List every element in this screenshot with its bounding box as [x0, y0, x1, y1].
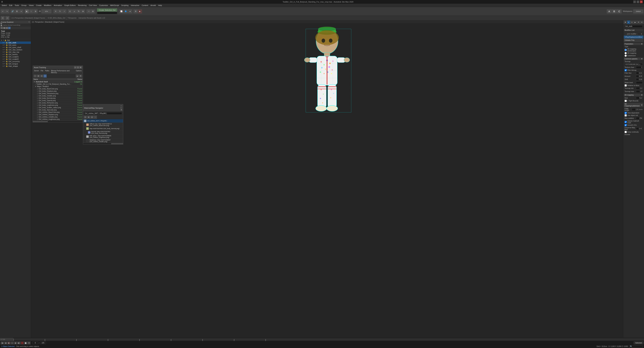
- viewport-edged-faces[interactable]: [Edged Faces]: [54, 21, 64, 23]
- tree-item-girl-cloth[interactable]: ● 👁 🔓 Girl_cloth: [0, 41, 31, 44]
- checkbox-classic-catmull[interactable]: [624, 121, 627, 123]
- lock-icon-tongue[interactable]: 🔓: [6, 63, 8, 65]
- menu-interactive[interactable]: Interactive: [130, 4, 140, 6]
- tree-item-girl-scalp01[interactable]: ● 👁 🔓 Girl_scalp01: [0, 56, 31, 58]
- timeline[interactable]: 0 / 225: [0, 338, 644, 341]
- percent-snap-btn[interactable]: %: [76, 9, 81, 13]
- visibility-icon-scalp02[interactable]: 👁: [4, 58, 6, 60]
- menu-graph-editors[interactable]: Graph Editors: [63, 4, 77, 6]
- at-row-vault[interactable]: ▼ Autodesk Vault Logged O: [33, 81, 83, 83]
- tree-item-hair-shape[interactable]: ● 👁 🔓 Hair_shape: [0, 65, 31, 67]
- menu-customize[interactable]: Customize: [98, 4, 109, 6]
- viewport-canvas[interactable]: Asset Tracking ─ □ ✕ Server File Paths B…: [31, 24, 623, 338]
- menu-civil-view[interactable]: Civil View: [88, 4, 98, 6]
- tree-item-girl-scalp02[interactable]: ● 👁 🔓 Girl_scalp02: [0, 58, 31, 60]
- asset-tracking-window[interactable]: Asset Tracking ─ □ ✕ Server File Paths B…: [33, 66, 83, 122]
- at-row-file-4[interactable]: ◻ Girl_body_metallic.png Found: [33, 95, 83, 97]
- visibility-icon-hair-shape[interactable]: 👁: [4, 65, 6, 67]
- render-setup-btn[interactable]: ⚙: [134, 9, 138, 13]
- visibility-icon-lashes[interactable]: 👁: [4, 54, 6, 55]
- modifier-dropdown[interactable]: -- pick modifier -- ▾: [624, 32, 643, 35]
- menu-maxscript[interactable]: MAXScript: [109, 4, 120, 6]
- param-edge-length-input[interactable]: [632, 108, 638, 111]
- menu-help[interactable]: Help: [157, 4, 163, 6]
- angle-snap-btn[interactable]: ⊿: [72, 9, 76, 13]
- param-filter-bitmap[interactable]: Filter bitmap: [624, 69, 643, 71]
- at-row-maps-section[interactable]: ▼ Maps / Shaders: [33, 85, 83, 88]
- spinner-snap-btn[interactable]: ⊞: [81, 9, 85, 13]
- tree-item-girl-jaw-top[interactable]: ● 👁 🔓 Girl_Jaw_top: [0, 51, 31, 53]
- redo-button[interactable]: ↪: [5, 9, 9, 13]
- lock-icon-hair-shape[interactable]: 🔓: [6, 65, 8, 67]
- mat-nav-tb-2[interactable]: ⊞: [87, 116, 90, 119]
- btn-c[interactable]: C: [617, 9, 622, 13]
- param-smooth-uvs[interactable]: Smooth UVs: [624, 124, 643, 126]
- move-btn[interactable]: ✛: [54, 9, 58, 13]
- param-texmap-max-input[interactable]: [636, 90, 643, 93]
- right-tab-display[interactable]: 👁: [637, 20, 640, 24]
- lock-icon[interactable]: 🔓: [4, 39, 6, 41]
- at-row-maxfile[interactable]: □ Toddler_Girl_in_Full_Bodysuit_Standing…: [33, 83, 83, 85]
- at-menu-options[interactable]: Options: [76, 70, 82, 74]
- modifier-item-editable-poly[interactable]: Editable Poly: [624, 39, 643, 42]
- at-tb-6[interactable]: ▼: [79, 74, 82, 77]
- menu-create[interactable]: Create: [35, 4, 42, 6]
- link-button[interactable]: 🔗: [10, 9, 14, 13]
- select-region-btn[interactable]: □: [29, 9, 33, 13]
- workspaces-dropdown[interactable]: Default: [633, 9, 643, 13]
- tree-item-girl-scrunchy[interactable]: ● 👁 🔓 Girl_scrunchy: [0, 60, 31, 63]
- at-tb-1[interactable]: ≡: [34, 74, 36, 77]
- bind-button[interactable]: ∞: [19, 9, 23, 13]
- mat-nav-row-main[interactable]: Girl_clothes_MAT ( VRayMtl ): [83, 119, 123, 123]
- visibility-icon-scrunchy[interactable]: 👁: [4, 61, 6, 62]
- current-frame-input[interactable]: [32, 342, 38, 344]
- checkbox-smooth-uvs[interactable]: [624, 124, 627, 126]
- maximize-button[interactable]: □: [636, 0, 639, 3]
- create-selection-set-button[interactable]: Create Selection Set: [97, 8, 117, 11]
- at-row-file-9[interactable]: ◻ Girl_body_Scatter_radius.png Found: [33, 106, 83, 109]
- param-amount-input[interactable]: [636, 75, 643, 77]
- at-row-file-3[interactable]: ◻ Girl_body_Glossiness.png Found: [33, 92, 83, 95]
- auto-key-btn[interactable]: K: [21, 342, 24, 345]
- scene-explorer-close[interactable]: ✕: [28, 21, 30, 23]
- left-icon-3[interactable]: ⊞: [0, 27, 2, 29]
- param-relative-bbox[interactable]: Relative to bbox: [624, 84, 643, 87]
- schematic-view-btn[interactable]: 🔷: [124, 9, 128, 13]
- viewport-plus[interactable]: [+]: [32, 21, 34, 23]
- param-filter-blur-input[interactable]: [636, 72, 643, 74]
- lock-icon-eyes-shell[interactable]: 🔓: [6, 46, 8, 48]
- total-frame-input[interactable]: [40, 342, 46, 344]
- menu-select[interactable]: Select: [1, 4, 8, 6]
- param-type-3d-landscape[interactable]: 3D mapping (landscape): [624, 48, 643, 52]
- at-row-file-2[interactable]: ◻ Girl_body_Displace.png Found: [33, 90, 83, 92]
- param-preserve-map-bnd-input[interactable]: [636, 127, 643, 130]
- lock-icon-lashes[interactable]: 🔓: [6, 54, 8, 55]
- common-params-title[interactable]: Common params ▼: [624, 58, 643, 60]
- menu-views[interactable]: Views: [28, 4, 35, 6]
- mat-nav-row-refl[interactable]: Refl. gloss.: Map #20070298696 (Girl_clo…: [83, 135, 123, 139]
- param-use-object-mtl[interactable]: Use object mtl: [624, 114, 643, 117]
- mat-nav-tb-3[interactable]: ⊟: [90, 116, 94, 119]
- radio-3d-landscape[interactable]: [624, 49, 627, 51]
- asset-tracking-list[interactable]: ▼ Autodesk Vault Logged O □ Toddler_Girl…: [33, 81, 83, 121]
- btn-b[interactable]: B: [612, 9, 616, 13]
- left-icon-1[interactable]: ▶: [0, 22, 2, 24]
- 3d-mapping-subdiv-title[interactable]: 3D mapping/subdivision ▼: [624, 103, 643, 107]
- at-tb-5[interactable]: ▲: [76, 74, 79, 77]
- 3d-mapping-title[interactable]: 3D mapping ▼: [624, 94, 643, 96]
- material-editor-btn[interactable]: ●: [128, 9, 132, 13]
- mirror-btn[interactable]: ⊣: [86, 9, 90, 13]
- param-tight-bounds[interactable]: 1 Tight Bounds: [624, 100, 643, 102]
- right-tab-hierarchy[interactable]: ⊡: [630, 20, 634, 24]
- at-row-file-11[interactable]: ◻ Girl_clothes_BaseColor.png Found: [33, 111, 83, 114]
- left-icon-2[interactable]: ◼: [0, 24, 2, 26]
- menu-animation[interactable]: Animation: [53, 4, 63, 6]
- menu-tools[interactable]: Tools: [14, 4, 20, 6]
- menu-group[interactable]: Group: [20, 4, 28, 6]
- param-texmap-value[interactable]: #20702982498 (Girl_clothes_displa...: [624, 63, 643, 65]
- key-filter-btn[interactable]: ⚙: [28, 342, 30, 345]
- mat-nav-row-bump[interactable]: Map #20070297802 (Girl_body_Normal.png): [83, 127, 123, 130]
- curve-editor-btn[interactable]: 📈: [119, 9, 123, 13]
- right-tab-modify[interactable]: ⊞: [627, 20, 630, 24]
- at-row-file-10[interactable]: ◻ Girl_body_Specular.png Found: [33, 109, 83, 111]
